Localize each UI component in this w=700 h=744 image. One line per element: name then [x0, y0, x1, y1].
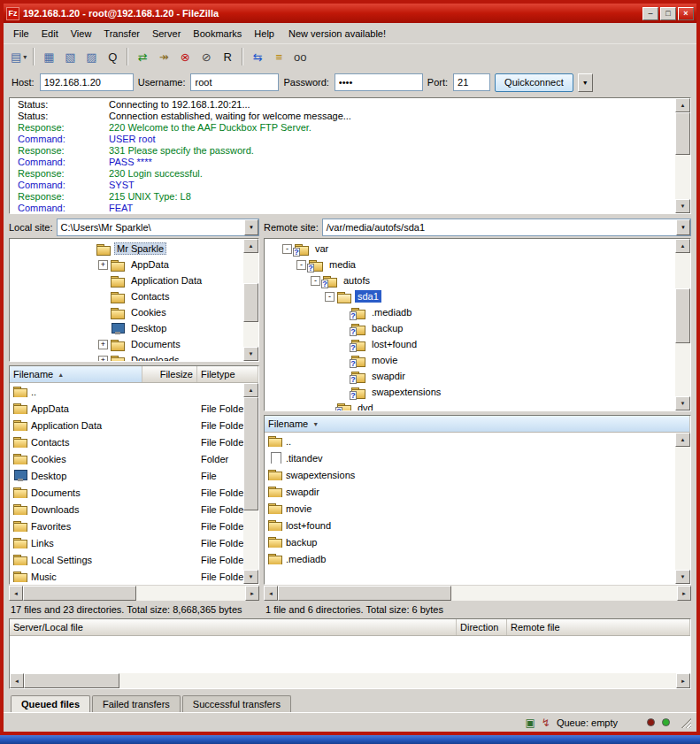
process-queue-button[interactable]: ↠ [153, 47, 174, 66]
tree-item-lost-found[interactable]: ?lost+found [265, 336, 675, 352]
tab-successful-transfers[interactable]: Successful transfers [182, 695, 291, 712]
file-row-downloads[interactable]: DownloadsFile Folder [10, 501, 243, 518]
scroll-up-icon[interactable]: ▲ [243, 383, 258, 397]
scrollbar-thumb[interactable] [278, 586, 451, 601]
titlebar[interactable]: Fz 192.168.1.20 - root@192.168.1.20 - Fi… [4, 4, 696, 23]
menu-item-server[interactable]: Server [146, 25, 187, 42]
site-manager-button[interactable]: ▤▾ [8, 47, 29, 66]
collapse-toggle-icon[interactable]: - [296, 260, 306, 270]
scroll-down-icon[interactable]: ▼ [675, 396, 690, 410]
toggle-queue-button[interactable]: Q [102, 47, 123, 66]
encryption-status-icon[interactable]: ▣ [526, 717, 535, 728]
file-row-backup[interactable]: backup [265, 533, 675, 550]
file-row-music[interactable]: MusicFile Folder [10, 568, 243, 584]
menu-item-bookmarks[interactable]: Bookmarks [187, 25, 248, 42]
minimize-button[interactable]: – [642, 7, 658, 20]
cancel-button[interactable]: ⊗ [174, 47, 196, 66]
file-row-contacts[interactable]: ContactsFile Folder [10, 433, 243, 450]
remote-site-combobox[interactable]: /var/media/autofs/sda1 ▼ [322, 219, 691, 236]
expand-toggle-icon[interactable]: + [98, 260, 108, 270]
synchronized-browsing-button[interactable]: ≡ [268, 47, 289, 66]
toggle-message-log-button[interactable]: ▦ [38, 47, 59, 66]
column-header-filename[interactable]: Filename▲ [10, 366, 142, 382]
quickconnect-dropdown-button[interactable]: ▼ [578, 73, 593, 92]
scrollbar-track[interactable] [243, 322, 258, 347]
file-row-favorites[interactable]: FavoritesFile Folder [10, 518, 243, 534]
file-row-item[interactable]: .. [265, 433, 675, 449]
expand-toggle-icon[interactable]: + [98, 340, 108, 349]
file-row-appdata[interactable]: AppDataFile Folder [10, 400, 243, 417]
collapse-toggle-icon[interactable]: - [325, 292, 335, 302]
scroll-down-icon[interactable]: ▼ [243, 347, 258, 361]
scrollbar-thumb[interactable] [675, 288, 690, 343]
scrollbar-track[interactable] [675, 447, 690, 570]
expand-toggle-icon[interactable]: + [98, 356, 108, 362]
collapse-toggle-icon[interactable]: - [282, 244, 292, 254]
disconnect-button[interactable]: ⊘ [196, 47, 217, 66]
scroll-right-icon[interactable]: ► [676, 673, 690, 688]
combo-dropdown-icon[interactable]: ▼ [244, 219, 258, 235]
menu-item-view[interactable]: View [65, 25, 98, 42]
remote-list-scrollbar[interactable]: ▲ ▼ [675, 433, 690, 584]
scroll-left-icon[interactable]: ◄ [264, 586, 278, 601]
tree-item-mr-sparkle[interactable]: Mr Sparkle [10, 241, 243, 257]
queue-column-server-local-file[interactable]: Server/Local file [10, 619, 457, 635]
file-row-application-data[interactable]: Application DataFile Folder [10, 417, 243, 433]
scrollbar-track[interactable] [451, 586, 677, 601]
reconnect-button[interactable]: R [217, 47, 238, 66]
file-row-cookies[interactable]: CookiesFolder [10, 450, 243, 467]
scrollbar-track[interactable] [119, 673, 676, 688]
close-button[interactable]: × [678, 7, 694, 20]
scrollbar-track[interactable] [136, 586, 245, 601]
file-row-movie[interactable]: movie [265, 500, 675, 517]
queue-hscrollbar[interactable]: ◄ ► [10, 673, 690, 688]
scrollbar-thumb[interactable] [243, 283, 258, 322]
file-row-swapdir[interactable]: swapdir [265, 483, 675, 500]
scrollbar-track[interactable] [243, 510, 258, 570]
tree-item-swapextensions[interactable]: ?swapextensions [265, 384, 675, 400]
scroll-up-icon[interactable]: ▲ [675, 433, 690, 447]
tree-item-desktop[interactable]: Desktop [10, 320, 243, 336]
collapse-toggle-icon[interactable]: - [311, 276, 320, 286]
directory-comparison-button[interactable]: ⇆ [247, 47, 268, 66]
local-list-hscrollbar[interactable]: ◄ ► [9, 586, 259, 601]
tree-item-var[interactable]: -?var [265, 241, 675, 257]
scroll-left-icon[interactable]: ◄ [10, 673, 24, 688]
scroll-up-icon[interactable]: ▲ [675, 239, 690, 253]
tree-item-autofs[interactable]: -?autofs [265, 272, 675, 288]
quickconnect-button[interactable]: Quickconnect [495, 73, 573, 92]
scroll-right-icon[interactable]: ► [677, 586, 691, 601]
combo-dropdown-icon[interactable]: ▼ [676, 219, 690, 235]
tree-item-documents[interactable]: +Documents [10, 336, 243, 352]
file-row-documents[interactable]: DocumentsFile Folder [10, 484, 243, 501]
file-row-mediadb[interactable]: .mediadb [265, 550, 675, 567]
scrollbar-track[interactable] [675, 155, 690, 199]
scroll-left-icon[interactable]: ◄ [9, 586, 23, 601]
tab-queued-files[interactable]: Queued files [11, 695, 90, 712]
queue-column-remote-file[interactable]: Remote file [507, 619, 690, 635]
menu-item-file[interactable]: File [7, 25, 35, 42]
host-input[interactable] [40, 73, 134, 91]
menu-item-edit[interactable]: Edit [35, 25, 65, 42]
scroll-down-icon[interactable]: ▼ [675, 570, 690, 584]
scrollbar-thumb[interactable] [243, 397, 258, 510]
speed-limit-icon[interactable]: ↯ [542, 717, 550, 728]
tree-item-mediadb[interactable]: ?.mediadb [265, 304, 675, 320]
log-scrollbar[interactable]: ▲ ▼ [675, 98, 690, 213]
resize-grip[interactable] [680, 717, 691, 728]
tree-item-sda1[interactable]: -sda1 [265, 288, 675, 304]
scrollbar-thumb[interactable] [24, 673, 119, 688]
username-input[interactable] [190, 73, 279, 91]
menu-item-help[interactable]: Help [248, 25, 281, 42]
column-header-filename[interactable]: Filename▼ [265, 416, 690, 432]
file-row-local-settings[interactable]: Local SettingsFile Folder [10, 551, 243, 568]
file-row-item[interactable]: .. [10, 383, 243, 400]
file-row-titandev[interactable]: .titandev [265, 449, 675, 466]
queue-column-direction[interactable]: Direction [457, 619, 507, 635]
tree-item-cookies[interactable]: Cookies [10, 304, 243, 320]
find-files-button[interactable]: oo [289, 47, 311, 66]
tree-item-movie[interactable]: ?movie [265, 352, 675, 368]
scrollbar-track[interactable] [675, 343, 690, 396]
tab-failed-transfers[interactable]: Failed transfers [92, 695, 181, 712]
tree-item-media[interactable]: -?media [265, 257, 675, 272]
